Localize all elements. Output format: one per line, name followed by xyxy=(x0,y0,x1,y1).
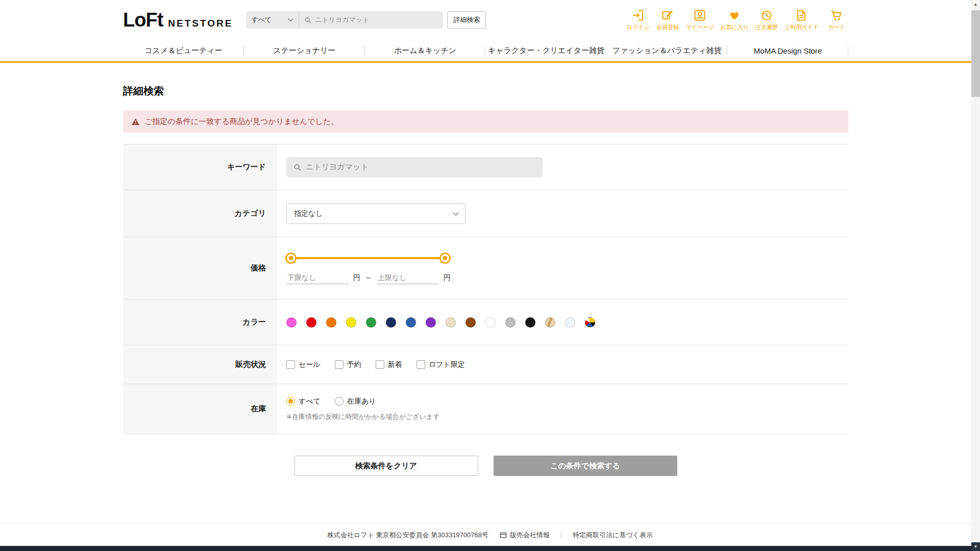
guide-document-icon xyxy=(795,9,808,22)
advanced-search-page: 詳細検索 ご指定の条件に一致する商品が見つかりませんでした。 キーワード カテゴ… xyxy=(123,84,848,476)
site-logo[interactable]: LoFt NETSTORE xyxy=(123,9,233,31)
color-swatch-green[interactable] xyxy=(366,317,376,328)
price-label: 価格 xyxy=(123,237,277,299)
color-swatch-white[interactable] xyxy=(485,317,496,328)
keyword-input[interactable] xyxy=(306,163,535,171)
color-swatch-beige[interactable] xyxy=(446,317,456,328)
utility-guide[interactable]: ご利用ガイド xyxy=(785,9,819,31)
checkbox-box xyxy=(286,360,295,369)
price-slider-max-handle[interactable] xyxy=(439,253,451,264)
radio-stock-all[interactable]: すべて xyxy=(286,397,321,406)
nav-item-moma-design-store[interactable]: MoMA Design Store xyxy=(727,40,848,61)
color-swatch-pink[interactable] xyxy=(286,317,297,328)
scrollbar-up-arrow[interactable]: ▲ xyxy=(971,0,980,9)
checkbox-loft-exclusive[interactable]: ロフト限定 xyxy=(416,360,465,369)
register-icon xyxy=(661,9,674,22)
checkbox-reservation[interactable]: 予約 xyxy=(335,360,361,369)
warning-icon xyxy=(131,118,140,126)
vertical-scrollbar[interactable]: ▲ ▼ xyxy=(971,0,980,551)
radio-stock-available[interactable]: 在庫あり xyxy=(335,397,376,406)
price-min-input[interactable] xyxy=(286,272,349,284)
search-category-select[interactable]: すべて xyxy=(246,11,299,29)
error-text: ご指定の条件に一致する商品が見つかりませんでした。 xyxy=(144,117,338,127)
scrollbar-down-arrow[interactable]: ▼ xyxy=(971,542,980,551)
search-category-value: すべて xyxy=(251,15,272,24)
nav-item-fashion-variety[interactable]: ファッション＆バラエティ雑貨 xyxy=(606,40,727,61)
price-row: 価格 円 ～ 円 xyxy=(123,237,848,299)
checkbox-sale[interactable]: セール xyxy=(286,360,321,369)
clear-search-conditions-button[interactable]: 検索条件をクリア xyxy=(295,456,478,476)
form-actions: 検索条件をクリア この条件で検索する xyxy=(123,456,848,476)
company-registration-text: 株式会社ロフト 東京都公安委員会 第303319700768号 xyxy=(327,531,488,540)
nav-item-cosme-beauty[interactable]: コスメ＆ビューティー xyxy=(123,40,244,61)
radio-circle xyxy=(335,397,344,406)
utility-cart[interactable]: カート xyxy=(825,9,848,31)
heart-icon xyxy=(728,9,741,22)
mypage-icon xyxy=(693,9,706,22)
no-results-error-message: ご指定の条件に一致する商品が見つかりませんでした。 xyxy=(123,110,848,133)
category-label: カテゴリ xyxy=(123,190,277,237)
utility-favorites[interactable]: お気に入り xyxy=(720,9,749,31)
keyword-row: キーワード xyxy=(123,144,848,190)
detail-search-button[interactable]: 詳細検索 xyxy=(447,11,486,29)
category-select[interactable]: 指定なし xyxy=(286,204,465,224)
color-swatch-list xyxy=(286,317,595,328)
nav-item-character-creator[interactable]: キャラクター・クリエイター雑貨 xyxy=(485,40,606,61)
header-utility-menu: ログイン 会員登録 マイページ お気に入り 注文履歴 ご利用ガイド xyxy=(626,9,848,31)
sale-status-label: 販売状況 xyxy=(123,345,277,384)
bottom-dark-bar xyxy=(0,546,980,551)
price-max-input[interactable] xyxy=(377,272,439,284)
price-max-unit: 円 xyxy=(444,273,451,284)
search-with-conditions-button[interactable]: この条件で検索する xyxy=(494,456,677,476)
color-swatch-multicolor[interactable] xyxy=(585,317,595,328)
stock-note: ※在庫情報の反映に時間がかかる場合がございます xyxy=(286,412,440,421)
header-search-input[interactable] xyxy=(315,16,438,24)
logo-netstore-text: NETSTORE xyxy=(168,18,233,29)
checkbox-box xyxy=(376,360,384,369)
header-search-input-wrap xyxy=(299,16,443,24)
login-icon xyxy=(631,9,645,22)
footer-link-commercial-law[interactable]: 特定商取引法に基づく表示 xyxy=(573,531,653,540)
company-info-icon xyxy=(500,532,507,539)
keyword-label: キーワード xyxy=(123,144,277,190)
main-nav: コスメ＆ビューティー ステーショナリー ホーム＆キッチン キャラクター・クリエイ… xyxy=(0,40,980,63)
sale-status-options: セール 予約 新着 ロフト限定 xyxy=(286,360,465,369)
advanced-search-form: キーワード カテゴリ 指定なし 価格 xyxy=(123,144,848,434)
color-row: カラー xyxy=(123,299,848,345)
price-min-unit: 円 xyxy=(353,273,360,284)
stock-options: すべて 在庫あり xyxy=(286,397,440,406)
price-slider-min-handle[interactable] xyxy=(285,253,297,264)
category-row: カテゴリ 指定なし xyxy=(123,190,848,237)
color-swatch-brown[interactable] xyxy=(465,317,476,328)
color-swatch-gold[interactable] xyxy=(545,317,555,328)
checkbox-new-arrival[interactable]: 新着 xyxy=(376,360,402,369)
utility-order-history[interactable]: 注文履歴 xyxy=(755,9,778,31)
stock-row: 在庫 すべて 在庫あり ※在庫情報の反映に時間がかかる場合がございます xyxy=(123,384,848,434)
site-header: LoFt NETSTORE すべて 詳細検索 ログイン 会員登録 xyxy=(0,0,980,40)
nav-item-home-kitchen[interactable]: ホーム＆キッチン xyxy=(365,40,486,61)
logo-loft-text: LoFt xyxy=(123,9,163,31)
color-swatch-red[interactable] xyxy=(306,317,316,328)
utility-mypage[interactable]: マイページ xyxy=(685,9,714,31)
price-range-slider xyxy=(286,252,450,264)
checkbox-box xyxy=(416,360,425,369)
color-swatch-blue[interactable] xyxy=(406,317,416,328)
stock-label: 在庫 xyxy=(123,384,277,434)
scrollbar-thumb[interactable] xyxy=(971,10,980,97)
utility-register[interactable]: 会員登録 xyxy=(656,9,679,31)
color-swatch-clear[interactable] xyxy=(565,317,575,328)
color-swatch-orange[interactable] xyxy=(326,317,336,328)
color-swatch-navy[interactable] xyxy=(386,317,396,328)
nav-item-stationery[interactable]: ステーショナリー xyxy=(244,40,365,61)
color-swatch-gray[interactable] xyxy=(505,317,516,328)
utility-login[interactable]: ログイン xyxy=(626,9,650,31)
color-swatch-purple[interactable] xyxy=(426,317,436,328)
color-swatch-yellow[interactable] xyxy=(346,317,356,328)
price-slider-track[interactable] xyxy=(286,257,450,259)
color-swatch-black[interactable] xyxy=(525,317,535,328)
price-separator: ～ xyxy=(365,273,372,284)
chevron-down-icon xyxy=(453,212,459,216)
footer-link-company-info[interactable]: 販売会社情報 xyxy=(500,531,550,540)
radio-circle xyxy=(286,397,295,406)
header-search-bar: すべて xyxy=(246,11,443,29)
